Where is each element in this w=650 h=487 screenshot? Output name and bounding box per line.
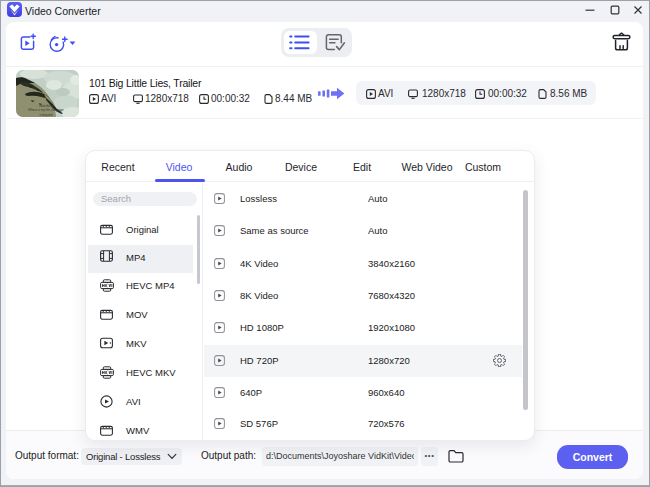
- svg-text:is beyond: is beyond: [40, 113, 53, 117]
- svg-text:Where is my life, the stage: Where is my life, the stage: [28, 108, 64, 112]
- svg-text:Waterfall g: Waterfall g: [39, 104, 54, 108]
